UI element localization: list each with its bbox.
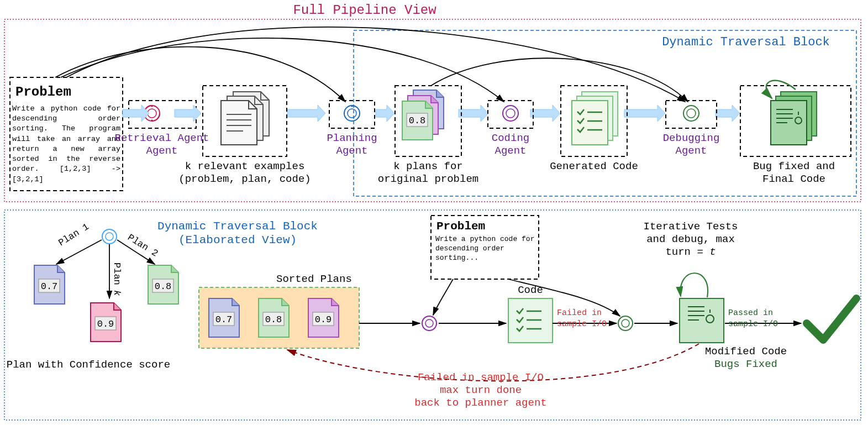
svg-point-83 <box>425 319 433 327</box>
svg-text:Agent: Agent <box>495 145 526 157</box>
svg-text:Sorted Plans: Sorted Plans <box>276 273 352 285</box>
svg-point-17 <box>348 109 356 118</box>
svg-text:0.9: 0.9 <box>315 314 332 325</box>
svg-text:Modified Code: Modified Code <box>705 345 787 358</box>
svg-text:Dynamic Traversal Block: Dynamic Traversal Block <box>157 220 318 233</box>
svg-point-91 <box>622 319 629 327</box>
svg-point-57 <box>102 229 117 244</box>
svg-text:turn = t: turn = t <box>665 246 716 258</box>
coding-agent-small-icon <box>422 316 436 330</box>
dynamic-block-title: Dynamic Traversal Block <box>662 35 830 49</box>
svg-point-90 <box>618 316 633 330</box>
svg-text:(Elaborated View): (Elaborated View) <box>178 234 297 246</box>
debugging-agent-small-icon <box>618 316 633 330</box>
svg-text:original problem: original problem <box>378 173 478 185</box>
svg-point-82 <box>422 316 436 330</box>
svg-text:0.8: 0.8 <box>265 314 282 325</box>
svg-text:Plan 1: Plan 1 <box>57 222 91 249</box>
svg-text:0.7: 0.7 <box>41 281 58 292</box>
svg-text:Coding: Coding <box>492 132 529 144</box>
checkmark-icon <box>807 298 856 340</box>
agent-icon <box>344 106 360 121</box>
svg-text:Problem: Problem <box>436 220 485 233</box>
agent-icon <box>503 106 518 121</box>
svg-text:Agent: Agent <box>675 145 707 157</box>
svg-text:k relevant examples: k relevant examples <box>185 160 305 172</box>
finalcode-block: Bug fixed and Final Code <box>740 81 851 185</box>
svg-text:0.9: 0.9 <box>97 319 114 329</box>
svg-text:Plan with Confidence score: Plan with Confidence score <box>7 359 170 371</box>
svg-text:back to planner agent: back to planner agent <box>414 397 546 409</box>
svg-text:Failed in sample I/O: Failed in sample I/O <box>418 371 544 384</box>
svg-text:sample I/O: sample I/O <box>557 319 607 329</box>
svg-text:Plan: Plan <box>112 263 122 285</box>
svg-text:Bugs Fixed: Bugs Fixed <box>714 358 777 370</box>
coding-agent: Coding Agent <box>488 101 533 157</box>
plans-block: 0.8 k plans for original problem <box>378 86 478 185</box>
plan-doc-07: 0.7 <box>34 265 65 304</box>
svg-point-27 <box>506 109 515 118</box>
problem-heading: Problem <box>15 85 71 99</box>
svg-text:Failed in: Failed in <box>557 308 602 318</box>
svg-point-16 <box>344 106 360 121</box>
sorted-doc-09: 0.9 <box>308 298 339 337</box>
svg-text:Debugging: Debugging <box>663 132 720 144</box>
svg-text:Agent: Agent <box>146 145 177 157</box>
sorted-doc-08: 0.8 <box>259 298 289 337</box>
svg-rect-25 <box>488 101 533 128</box>
svg-text:Planning: Planning <box>327 132 377 144</box>
planner-icon-small <box>102 229 117 244</box>
svg-point-39 <box>683 106 699 121</box>
diagram-canvas: Full Pipeline View Dynamic Traversal Blo… <box>0 0 868 425</box>
svg-text:and debug, max: and debug, max <box>646 233 735 245</box>
pipeline-title: Full Pipeline View <box>293 3 436 18</box>
problem-body: Write a python code for descending order… <box>12 104 120 185</box>
svg-text:Plan 2: Plan 2 <box>125 232 160 259</box>
agent-icon <box>683 106 699 121</box>
svg-rect-15 <box>329 101 375 128</box>
svg-point-40 <box>687 109 696 118</box>
svg-text:Iterative Tests: Iterative Tests <box>643 221 738 233</box>
sorted-doc-07: 0.7 <box>209 298 239 337</box>
svg-text:Passed in: Passed in <box>728 308 773 318</box>
svg-rect-33 <box>572 101 608 145</box>
plan-doc-08: 0.8 <box>148 265 178 304</box>
planning-agent: Planning Agent <box>327 101 377 157</box>
svg-point-26 <box>503 106 518 121</box>
svg-text:Agent: Agent <box>336 145 367 157</box>
svg-text:Bug fixed and: Bug fixed and <box>753 160 835 172</box>
problem-box: Problem Write a python code for descendi… <box>10 77 123 191</box>
iter-loop-arrow <box>680 273 708 297</box>
svg-text:sample I/O: sample I/O <box>728 319 778 329</box>
svg-text:(problem, plan, code): (problem, plan, code) <box>178 173 311 185</box>
svg-text:k: k <box>112 290 122 296</box>
svg-point-58 <box>106 233 113 240</box>
svg-text:Final Code: Final Code <box>762 173 825 185</box>
svg-text:k plans for: k plans for <box>393 160 462 172</box>
svg-text:0.8: 0.8 <box>409 116 426 126</box>
debugging-agent: Debugging Agent <box>663 101 720 157</box>
plan-doc-09: 0.9 <box>91 303 121 342</box>
generated-code-block: Generated Code <box>550 86 638 172</box>
feedback-arrows <box>55 27 688 102</box>
problem-box-small: Problem Write a python code for descendi… <box>431 216 539 279</box>
svg-text:max turn done: max turn done <box>440 384 522 396</box>
svg-text:Code: Code <box>518 284 543 296</box>
svg-rect-38 <box>666 101 717 128</box>
modified-code-box <box>680 298 724 343</box>
svg-text:0.7: 0.7 <box>215 314 233 325</box>
svg-text:Retrieval Agent: Retrieval Agent <box>114 132 209 144</box>
svg-text:0.8: 0.8 <box>155 281 172 292</box>
svg-text:Generated Code: Generated Code <box>550 160 638 172</box>
